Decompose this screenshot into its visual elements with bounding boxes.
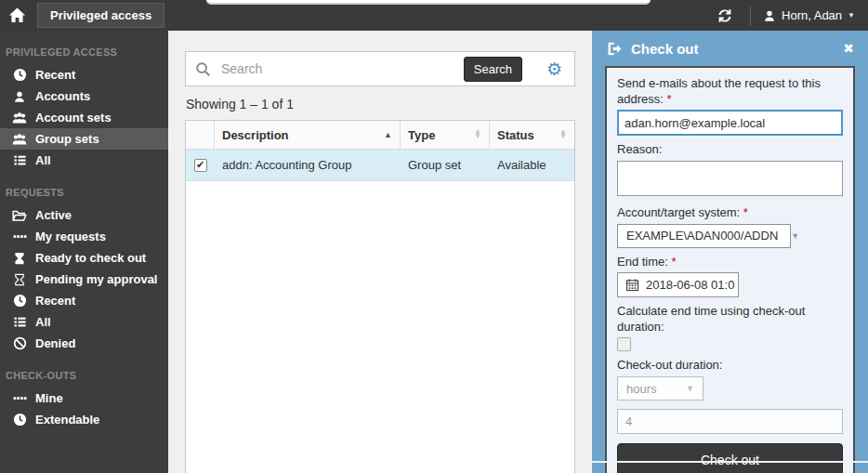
- list-icon: [12, 153, 27, 168]
- email-label-text: Send e-mails about the request to this a…: [617, 76, 821, 106]
- privileged-access-button[interactable]: Privileged access: [37, 3, 164, 28]
- column-label: Description: [222, 128, 289, 142]
- sidebar-item-label: Recent: [35, 294, 75, 308]
- users-icon: [12, 111, 27, 125]
- email-field[interactable]: [617, 110, 843, 136]
- refresh-button[interactable]: [712, 5, 738, 27]
- row-checkbox[interactable]: ✔: [194, 159, 207, 172]
- sidebar-nav: PRIVILEGED ACCESS Recent Accounts Accoun…: [0, 31, 168, 473]
- topbar-divider: [750, 6, 751, 26]
- sidebar-item-active[interactable]: Active: [0, 204, 168, 226]
- dots-icon: [12, 230, 27, 244]
- cell-description: addn: Accounting Group: [215, 158, 401, 172]
- sidebar-item-label: Extendable: [35, 413, 99, 427]
- table-header-row: Description ▲ Type ▲ ▼ Status ▲ ▼: [186, 121, 574, 150]
- close-icon[interactable]: ✖: [843, 42, 854, 55]
- calc-end-time-checkbox[interactable]: [617, 337, 631, 351]
- sidebar-item-group-sets[interactable]: Group sets: [0, 128, 168, 150]
- sidebar-section-privileged-access: PRIVILEGED ACCESS: [0, 31, 168, 64]
- home-button[interactable]: [0, 0, 33, 31]
- main-content: Search ⚙ Showing 1 – 1 of 1 Description …: [168, 31, 592, 473]
- check-icon: ✔: [196, 160, 204, 170]
- sidebar-item-extendable[interactable]: Extendable: [0, 409, 168, 430]
- hourglass-outline-icon: [12, 272, 27, 287]
- clock-icon: [12, 68, 27, 83]
- sidebar-item-label: My requests: [35, 230, 106, 243]
- required-marker: *: [743, 205, 748, 219]
- column-label: Type: [408, 128, 435, 142]
- search-icon: [195, 61, 211, 77]
- sidebar-item-label: Account sets: [35, 111, 112, 125]
- sidebar-item-label: All: [35, 315, 51, 329]
- sidebar-item-recent[interactable]: Recent: [0, 64, 168, 85]
- column-header-type[interactable]: Type ▲ ▼: [401, 121, 490, 149]
- sidebar-item-denied[interactable]: Denied: [0, 333, 168, 354]
- duration-unit-select[interactable]: hours ▼: [617, 376, 704, 401]
- clock-icon: [12, 413, 27, 427]
- folder-open-icon: [12, 208, 27, 223]
- end-time-label-text: End time:: [617, 255, 668, 269]
- gear-icon[interactable]: ⚙: [546, 60, 562, 78]
- required-marker: *: [672, 255, 677, 269]
- column-header-status[interactable]: Status ▲ ▼: [490, 121, 574, 149]
- check-out-panel: Check out ✖ Send e-mails about the reque…: [592, 31, 868, 473]
- refresh-icon: [717, 8, 732, 23]
- sidebar-item-ready-to-check-out[interactable]: Ready to check out: [0, 247, 168, 269]
- column-header-description[interactable]: Description ▲: [215, 121, 401, 149]
- end-time-value: 2018-06-08 01:0: [646, 278, 734, 292]
- sidebar-item-label: Recent: [35, 68, 75, 82]
- panel-divider: [592, 461, 868, 463]
- duration-value-field[interactable]: [617, 409, 843, 434]
- panel-title: Check out: [631, 41, 699, 57]
- hourglass-filled-icon: [12, 251, 27, 266]
- user-icon: [763, 9, 776, 22]
- sort-icon: ▲ ▼: [474, 130, 481, 139]
- result-count-text: Showing 1 – 1 of 1: [186, 97, 294, 112]
- sidebar-item-label: Group sets: [35, 132, 99, 146]
- sidebar-item-recent-requests[interactable]: Recent: [0, 290, 168, 311]
- email-label: Send e-mails about the request to this a…: [617, 76, 843, 107]
- check-out-form: Send e-mails about the request to this a…: [605, 66, 855, 473]
- row-checkbox-cell: ✔: [186, 159, 215, 172]
- sidebar-section-requests: REQUESTS: [0, 171, 168, 204]
- sidebar-item-label: Accounts: [35, 89, 90, 103]
- sidebar-item-my-requests[interactable]: My requests: [0, 226, 168, 247]
- search-input[interactable]: [219, 60, 464, 77]
- sidebar-item-mine[interactable]: Mine: [0, 388, 168, 409]
- user-menu[interactable]: Horn, Adan ▼: [763, 8, 855, 22]
- cell-type: Group set: [401, 158, 490, 172]
- clock-icon: [12, 294, 27, 309]
- search-button[interactable]: Search: [464, 57, 522, 82]
- account-label: Account/target system: *: [617, 205, 843, 221]
- sidebar-item-label: Active: [35, 208, 72, 222]
- sort-down-icon: ▼: [474, 135, 481, 139]
- sidebar-item-accounts[interactable]: Accounts: [0, 85, 168, 107]
- sidebar-item-pending-my-approval[interactable]: Pending my approval: [0, 269, 168, 290]
- user-name: Horn, Adan: [782, 8, 842, 22]
- reason-field[interactable]: [617, 161, 843, 196]
- check-out-button[interactable]: Check out: [617, 443, 843, 473]
- sidebar-item-label: Mine: [35, 391, 63, 405]
- sidebar-item-label: Denied: [35, 336, 75, 350]
- sidebar-item-all-requests[interactable]: All: [0, 311, 168, 333]
- duration-label: Check-out duration:: [617, 358, 843, 374]
- column-label: Status: [497, 128, 534, 142]
- calc-end-time-label: Calculate end time using check-out durat…: [617, 304, 843, 335]
- sidebar-section-check-outs: CHECK-OUTS: [0, 354, 168, 388]
- duration-unit-value: hours: [626, 382, 657, 396]
- sort-icon: ▲ ▼: [559, 130, 567, 139]
- sort-down-icon: ▼: [559, 135, 567, 139]
- topbar-right-group: Horn, Adan ▼: [712, 5, 868, 27]
- sidebar-item-account-sets[interactable]: Account sets: [0, 107, 168, 128]
- account-target-select[interactable]: EXAMPLE\ADAN000/ADDN ▼: [617, 224, 791, 248]
- sidebar-item-label: Pending my approval: [35, 272, 157, 286]
- cell-status: Available: [490, 158, 574, 172]
- table-row[interactable]: ✔ addn: Accounting Group Group set Avail…: [186, 150, 574, 181]
- sidebar-item-all-access[interactable]: All: [0, 150, 168, 171]
- required-marker: *: [667, 92, 672, 106]
- sort-asc-icon: ▲: [384, 130, 392, 139]
- end-time-field[interactable]: 2018-06-08 01:0: [617, 272, 739, 297]
- home-icon: [8, 7, 26, 24]
- user-icon: [12, 89, 27, 104]
- select-all-header-cell: [186, 121, 215, 149]
